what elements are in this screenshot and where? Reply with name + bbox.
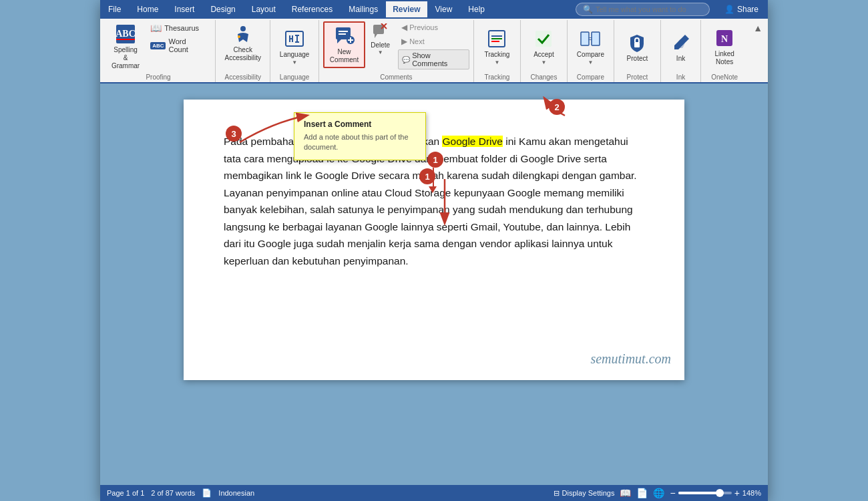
linked-notes-label: LinkedNotes bbox=[714, 50, 734, 66]
menu-bar: File Home Insert Design Layout Reference… bbox=[100, 0, 768, 19]
ink-icon bbox=[670, 32, 692, 53]
svg-text:N: N bbox=[721, 34, 728, 44]
status-bar-right: ⊟ Display Settings 📖 📄 🌐 − + 148% bbox=[554, 488, 761, 498]
search-input[interactable] bbox=[596, 5, 702, 13]
accept-button[interactable]: Accept ▼ bbox=[529, 26, 558, 67]
linked-notes-button[interactable]: N LinkedNotes bbox=[710, 25, 739, 68]
language-button[interactable]: Language ▼ bbox=[276, 26, 314, 67]
language-indicator-icon: 📄 bbox=[202, 488, 212, 498]
menu-references[interactable]: References bbox=[284, 1, 341, 17]
next-icon: ▶ bbox=[401, 37, 407, 46]
share-button[interactable]: 👤 Share bbox=[715, 2, 768, 17]
language-group-label: Language bbox=[280, 73, 310, 81]
svg-rect-5 bbox=[286, 31, 303, 46]
menu-help[interactable]: Help bbox=[460, 1, 493, 17]
menu-insert[interactable]: Insert bbox=[166, 1, 202, 17]
ribbon-group-changes: Accept ▼ Changes bbox=[521, 20, 568, 82]
accept-icon bbox=[533, 28, 554, 49]
thesaurus-label: Thesaurus bbox=[164, 24, 199, 32]
menu-file[interactable]: File bbox=[100, 1, 129, 17]
protect-button[interactable]: Protect bbox=[622, 30, 652, 64]
next-comment-button[interactable]: ▶ Next bbox=[398, 35, 469, 47]
menu-layout[interactable]: Layout bbox=[244, 1, 284, 17]
arrow-from-1 bbox=[428, 176, 461, 231]
zoom-level: 148% bbox=[742, 489, 761, 497]
svg-rect-25 bbox=[634, 42, 640, 47]
next-label: Next bbox=[409, 37, 425, 45]
zoom-in-icon[interactable]: + bbox=[734, 488, 740, 498]
delete-label: Delete bbox=[371, 41, 390, 49]
compare-button[interactable]: = Compare ▼ bbox=[573, 26, 608, 67]
ink-group-label: Ink bbox=[676, 73, 685, 81]
svg-text:ABC: ABC bbox=[116, 29, 136, 39]
language-icon bbox=[284, 28, 305, 49]
zoom-out-icon[interactable]: − bbox=[670, 488, 675, 498]
thesaurus-button[interactable]: 📖 Thesaurus bbox=[147, 21, 210, 35]
svg-text:=: = bbox=[589, 35, 593, 43]
menu-mailings[interactable]: Mailings bbox=[341, 1, 386, 17]
ink-label: Ink bbox=[676, 55, 685, 62]
previous-comment-button[interactable]: ◀ Previous bbox=[398, 21, 469, 33]
menu-design[interactable]: Design bbox=[202, 1, 243, 17]
ribbon: ABC Spelling &Grammar 📖 Thesaurus bbox=[100, 19, 768, 84]
search-icon: 🔍 bbox=[583, 5, 593, 14]
menu-review[interactable]: Review bbox=[386, 1, 427, 17]
tracking-button[interactable]: Tracking ▼ bbox=[480, 26, 513, 67]
menu-home[interactable]: Home bbox=[129, 1, 166, 17]
comments-group-label: Comments bbox=[380, 73, 412, 81]
ribbon-group-language: Language ▼ Language bbox=[270, 20, 319, 82]
proofing-group-label: Proofing bbox=[146, 73, 170, 81]
thesaurus-icon: 📖 bbox=[150, 23, 162, 33]
read-mode-icon[interactable]: 📖 bbox=[620, 488, 631, 498]
check-accessibility-label: CheckAccessibility bbox=[224, 46, 260, 62]
accessibility-icon bbox=[232, 23, 254, 45]
show-comments-button[interactable]: 💬 Show Comments bbox=[398, 49, 469, 69]
accessibility-group-label: Accessibility bbox=[224, 73, 260, 81]
word-count-icon: ABC bbox=[150, 42, 166, 49]
show-comments-label: Show Comments bbox=[412, 51, 465, 67]
print-layout-icon[interactable]: 📄 bbox=[636, 488, 648, 498]
onenote-group-label: OneNote bbox=[711, 73, 738, 81]
page-status: Page 1 of 1 bbox=[107, 489, 144, 497]
protect-label: Protect bbox=[627, 55, 648, 62]
ink-button[interactable]: Ink bbox=[666, 30, 696, 64]
ribbon-group-proofing: ABC Spelling &Grammar 📖 Thesaurus bbox=[101, 20, 216, 82]
svg-rect-21 bbox=[535, 31, 552, 47]
arrow-3 bbox=[233, 109, 313, 151]
word-status: 2 of 87 words bbox=[151, 489, 195, 497]
svg-rect-23 bbox=[592, 32, 600, 45]
onenote-icon: N bbox=[714, 27, 735, 49]
compare-label: Compare bbox=[577, 51, 604, 58]
protect-group-label: Protect bbox=[627, 73, 648, 81]
word-count-button[interactable]: ABC Word Count bbox=[147, 36, 210, 55]
highlighted-text: Google Drive bbox=[442, 136, 502, 147]
ribbon-collapse-button[interactable]: ▲ bbox=[748, 20, 768, 82]
new-comment-icon bbox=[334, 25, 355, 47]
protect-icon bbox=[626, 32, 648, 53]
new-comment-button[interactable]: NewComment bbox=[323, 21, 365, 68]
badge-2: 2 bbox=[549, 99, 565, 115]
menu-view[interactable]: View bbox=[427, 1, 461, 17]
previous-icon: ◀ bbox=[401, 23, 407, 32]
spelling-grammar-button[interactable]: ABC Spelling &Grammar bbox=[107, 21, 144, 72]
search-bar: 🔍 bbox=[576, 3, 710, 16]
display-settings-button[interactable]: ⊟ Display Settings bbox=[554, 489, 615, 498]
badge-3: 3 bbox=[226, 126, 242, 142]
new-comment-label: NewComment bbox=[330, 48, 359, 64]
zoom-slider[interactable]: − + 148% bbox=[670, 488, 761, 498]
spelling-icon: ABC bbox=[115, 23, 136, 45]
document-area: Pada pembahasan tentang cara menggunakan… bbox=[100, 84, 768, 485]
delete-comment-button[interactable]: Delete ▼ bbox=[368, 21, 393, 57]
spelling-grammar-label: Spelling &Grammar bbox=[111, 46, 140, 70]
ribbon-group-ink: Ink Ink bbox=[661, 20, 701, 82]
check-accessibility-button[interactable]: CheckAccessibility bbox=[220, 21, 264, 64]
ribbon-group-accessibility: CheckAccessibility Accessibility bbox=[216, 20, 270, 82]
svg-rect-13 bbox=[373, 25, 384, 34]
status-bar: Page 1 of 1 2 of 87 words 📄 Indonesian ⊟… bbox=[100, 485, 768, 501]
changes-group-label: Changes bbox=[530, 73, 557, 81]
ribbon-group-tracking: Tracking ▼ Tracking bbox=[474, 20, 521, 82]
word-count-label: Word Count bbox=[168, 37, 206, 53]
web-view-icon[interactable]: 🌐 bbox=[653, 488, 664, 498]
svg-point-3 bbox=[240, 26, 246, 31]
svg-point-4 bbox=[238, 35, 240, 38]
